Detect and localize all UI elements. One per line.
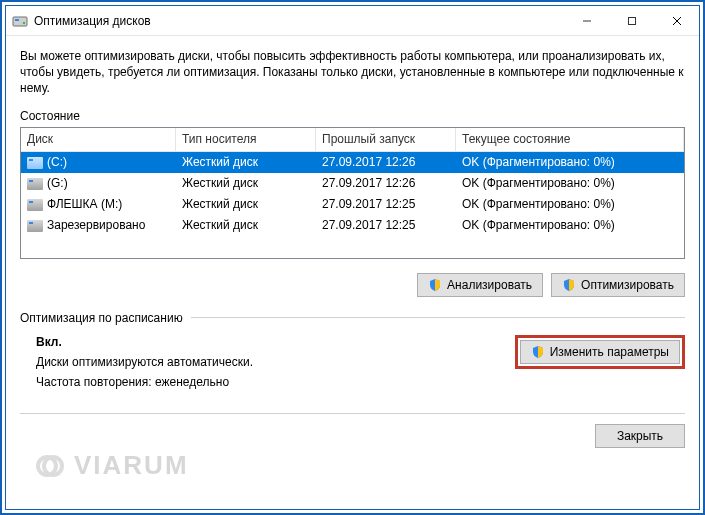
drive-icon — [27, 178, 43, 190]
drive-status: OK (Фрагментировано: 0%) — [456, 155, 684, 169]
state-label: Состояние — [20, 109, 685, 123]
drive-last: 27.09.2017 12:26 — [316, 176, 456, 190]
optimize-button[interactable]: Оптимизировать — [551, 273, 685, 297]
svg-rect-4 — [628, 17, 635, 24]
svg-rect-1 — [15, 19, 19, 21]
button-label: Закрыть — [617, 429, 663, 443]
col-header-status[interactable]: Текущее состояние — [456, 128, 684, 151]
col-header-media[interactable]: Тип носителя — [176, 128, 316, 151]
schedule-line: Частота повторения: еженедельно — [36, 375, 515, 389]
drive-last: 27.09.2017 12:25 — [316, 218, 456, 232]
button-label: Изменить параметры — [550, 345, 669, 359]
col-header-last[interactable]: Прошлый запуск — [316, 128, 456, 151]
description-text: Вы можете оптимизировать диски, чтобы по… — [20, 48, 685, 97]
schedule-line: Диски оптимизируются автоматически. — [36, 355, 515, 369]
drive-name: Зарезервировано — [47, 218, 145, 232]
shield-icon — [428, 278, 442, 292]
close-button[interactable]: Закрыть — [595, 424, 685, 448]
drive-icon — [27, 220, 43, 232]
drive-icon — [27, 157, 43, 169]
drive-name: (C:) — [47, 155, 67, 169]
col-header-drive[interactable]: Диск — [21, 128, 176, 151]
maximize-button[interactable] — [609, 6, 654, 35]
drive-list[interactable]: Диск Тип носителя Прошлый запуск Текущее… — [20, 127, 685, 259]
drive-row[interactable]: ФЛЕШКА (M:) Жесткий диск 27.09.2017 12:2… — [21, 194, 684, 215]
drive-icon — [27, 199, 43, 211]
minimize-button[interactable] — [564, 6, 609, 35]
drive-list-header: Диск Тип носителя Прошлый запуск Текущее… — [21, 128, 684, 152]
drive-row[interactable]: (C:) Жесткий диск 27.09.2017 12:26 OK (Ф… — [21, 152, 684, 173]
change-settings-button[interactable]: Изменить параметры — [520, 340, 680, 364]
drive-status: OK (Фрагментировано: 0%) — [456, 197, 684, 211]
button-label: Анализировать — [447, 278, 532, 292]
drive-status: OK (Фрагментировано: 0%) — [456, 218, 684, 232]
svg-point-2 — [23, 21, 25, 23]
drive-last: 27.09.2017 12:26 — [316, 155, 456, 169]
shield-icon — [562, 278, 576, 292]
app-icon — [12, 13, 28, 29]
button-label: Оптимизировать — [581, 278, 674, 292]
drive-name: (G:) — [47, 176, 68, 190]
drive-row[interactable]: Зарезервировано Жесткий диск 27.09.2017 … — [21, 215, 684, 236]
watermark-text: VIARUM — [74, 450, 189, 481]
highlight-annotation: Изменить параметры — [515, 335, 685, 369]
drive-name: ФЛЕШКА (M:) — [47, 197, 122, 211]
schedule-header: Оптимизация по расписанию — [20, 311, 183, 325]
schedule-status: Вкл. — [36, 335, 515, 349]
drive-media: Жесткий диск — [176, 176, 316, 190]
drive-media: Жесткий диск — [176, 218, 316, 232]
drive-status: OK (Фрагментировано: 0%) — [456, 176, 684, 190]
drive-media: Жесткий диск — [176, 197, 316, 211]
drive-last: 27.09.2017 12:25 — [316, 197, 456, 211]
divider — [20, 413, 685, 414]
titlebar: Оптимизация дисков — [6, 6, 699, 36]
window-title: Оптимизация дисков — [34, 14, 151, 28]
analyze-button[interactable]: Анализировать — [417, 273, 543, 297]
shield-icon — [531, 345, 545, 359]
close-window-button[interactable] — [654, 6, 699, 35]
svg-rect-0 — [13, 17, 27, 26]
divider — [191, 317, 685, 318]
drive-media: Жесткий диск — [176, 155, 316, 169]
watermark: VIARUM — [30, 450, 189, 481]
drive-row[interactable]: (G:) Жесткий диск 27.09.2017 12:26 OK (Ф… — [21, 173, 684, 194]
